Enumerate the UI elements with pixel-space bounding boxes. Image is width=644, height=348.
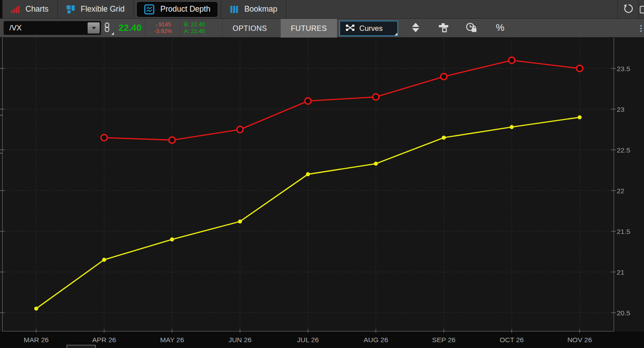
futures-tab-button[interactable]: FUTURES (281, 19, 337, 38)
depth-structure-icon (438, 23, 449, 34)
x-axis-label: NOV 26 (567, 336, 592, 344)
curves-label: Curves (359, 24, 383, 33)
options-tab-button[interactable]: OPTIONS (225, 19, 275, 38)
data-point-yellow[interactable] (578, 115, 582, 119)
data-point-red[interactable] (237, 127, 243, 133)
y-axis-label: 20.5 (617, 309, 630, 317)
y-axis-label: 22 (617, 187, 624, 195)
data-point-red[interactable] (101, 135, 107, 141)
chart-canvas[interactable]: 20.52121.52222.52323.5MAR 26APR 26MAY 26… (0, 38, 644, 348)
data-point-red[interactable] (373, 94, 379, 100)
symbol-dropdown-button[interactable] (88, 22, 100, 34)
tab-label: Bookmap (244, 4, 278, 14)
y-axis-label: 21.5 (617, 228, 630, 235)
series-line-yellow (36, 117, 580, 309)
curves-nodes-icon (345, 24, 355, 34)
change-value: -.9145 (147, 21, 179, 28)
chevron-down-icon (92, 27, 96, 30)
session-lock-button[interactable] (464, 23, 480, 34)
data-point-yellow[interactable] (442, 136, 446, 140)
sort-arrows-icon (411, 22, 420, 34)
x-axis-label: OCT 26 (500, 336, 524, 344)
ask-value: A: 22.45 (184, 28, 221, 35)
tab-charts[interactable]: Charts (3, 0, 57, 18)
x-axis-label: APR 26 (92, 336, 116, 344)
percent-icon: % (496, 22, 504, 34)
x-axis-label: MAY 26 (160, 336, 184, 344)
divider (180, 19, 181, 37)
data-point-red[interactable] (169, 137, 175, 143)
tab-label: Product Depth (160, 4, 210, 14)
x-axis-label: SEP 26 (432, 336, 455, 344)
y-axis-label: 22.5 (617, 146, 630, 154)
bid-ask-block: B: 22.40 A: 22.45 (183, 21, 221, 35)
depth-structure-button[interactable] (436, 23, 450, 33)
refresh-button[interactable] (618, 0, 638, 18)
bookmap-columns-icon (230, 5, 239, 14)
percent-toggle-button[interactable]: % (492, 21, 508, 34)
symbol-toolbar: /VX 22.40 -.9145 -3.92% B: 22.40 A: 22.4… (0, 19, 644, 38)
price-change-block: -.9145 -3.92% (147, 21, 179, 35)
last-price: 22.40 (115, 22, 145, 33)
data-point-yellow[interactable] (34, 306, 38, 310)
detach-window-icon[interactable] (639, 0, 644, 18)
divider (145, 19, 145, 37)
waves-icon (144, 4, 155, 15)
x-axis-label: JUL 26 (297, 336, 319, 344)
flexible-grid-icon (66, 5, 75, 14)
divider (222, 19, 223, 37)
y-axis-label: 23.5 (617, 65, 630, 72)
bid-value: B: 22.40 (184, 21, 221, 28)
symbol-text: /VX (9, 24, 21, 32)
active-tab-pill: Product Depth (136, 1, 218, 17)
data-point-red[interactable] (509, 57, 515, 64)
data-point-red[interactable] (577, 65, 583, 72)
kebab-menu-button[interactable]: ⋮ (638, 22, 644, 34)
y-axis-label: 23 (617, 106, 624, 113)
tab-label: Flexible Grid (81, 4, 125, 14)
curves-mode-button[interactable]: Curves (339, 21, 398, 36)
tab-label: Charts (25, 4, 49, 14)
tab-flexible-grid[interactable]: Flexible Grid (58, 0, 133, 18)
kebab-menu-icon: ⋮ (637, 24, 644, 33)
data-point-yellow[interactable] (170, 238, 174, 242)
data-point-yellow[interactable] (374, 161, 378, 166)
refresh-icon (622, 3, 634, 16)
sort-button[interactable] (408, 23, 423, 34)
data-point-red[interactable] (305, 98, 311, 104)
link-chain-icon (104, 26, 110, 34)
x-axis-label: JUN 26 (228, 336, 252, 344)
data-point-yellow[interactable] (306, 172, 310, 176)
bar-chart-icon (11, 5, 20, 13)
data-point-yellow[interactable] (510, 125, 514, 129)
tabbar-spacer (286, 0, 617, 18)
tab-product-depth[interactable]: Product Depth (134, 0, 221, 18)
x-axis-label: MAR 26 (24, 336, 49, 344)
futures-curve-chart[interactable]: 20.52121.52222.52323.5MAR 26APR 26MAY 26… (0, 38, 644, 348)
data-point-yellow[interactable] (238, 220, 242, 224)
change-percent: -3.92% (147, 28, 179, 35)
tab-bar: Charts Flexible Grid Prod (0, 0, 644, 19)
data-point-red[interactable] (441, 73, 447, 80)
tab-bookmap[interactable]: Bookmap (221, 0, 286, 18)
y-axis-label: 21 (617, 268, 624, 276)
clock-lock-icon (466, 22, 478, 34)
x-axis-label: AUG 26 (363, 336, 388, 344)
link-chain-button[interactable] (104, 22, 114, 35)
clipped-bottom-popup (67, 345, 96, 348)
data-point-yellow[interactable] (102, 258, 106, 262)
symbol-input[interactable]: /VX (4, 21, 101, 35)
